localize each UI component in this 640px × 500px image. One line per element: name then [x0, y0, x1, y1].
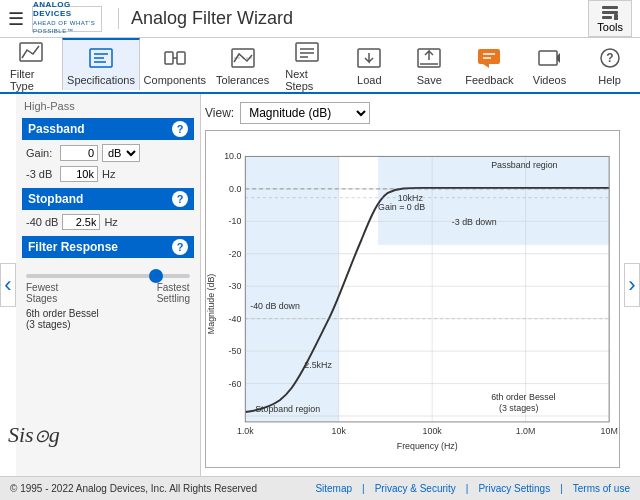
- filter-response-track: [26, 274, 190, 278]
- toolbar-videos[interactable]: Videos: [520, 40, 580, 90]
- toolbar-tolerances[interactable]: Tolerances: [211, 40, 275, 90]
- svg-text:-3 dB down: -3 dB down: [452, 217, 497, 227]
- slider-label-left: FewestStages: [26, 282, 58, 304]
- logo: ANALOGDEVICESAHEAD OF WHAT'S POSSIBLE™: [32, 6, 102, 32]
- svg-text:10k: 10k: [332, 426, 347, 436]
- stopband-help-button[interactable]: ?: [172, 191, 188, 207]
- svg-rect-25: [539, 51, 557, 65]
- app-header: ☰ ANALOGDEVICESAHEAD OF WHAT'S POSSIBLE™…: [0, 0, 640, 38]
- stopband-db-label: -40 dB: [26, 216, 58, 228]
- app-title: Analog Filter Wizard: [118, 8, 293, 29]
- passband-label: Passband: [28, 122, 85, 136]
- gain-unit-select[interactable]: dB: [102, 144, 140, 162]
- toolbar-components[interactable]: Components: [140, 40, 212, 90]
- svg-rect-2: [602, 16, 612, 19]
- filter-response-slider-container: FewestStages FastestSettling: [22, 262, 194, 304]
- tools-label: Tools: [597, 21, 623, 33]
- stopband-row: -40 dB Hz: [22, 214, 194, 230]
- slider-labels: FewestStages FastestSettling: [26, 282, 190, 304]
- svg-text:-20: -20: [229, 249, 242, 259]
- logo-image: ANALOGDEVICESAHEAD OF WHAT'S POSSIBLE™: [32, 6, 102, 32]
- svg-rect-21: [478, 49, 500, 64]
- svg-rect-29: [245, 156, 338, 422]
- svg-text:0.0: 0.0: [229, 184, 241, 194]
- specifications-icon: [85, 44, 117, 72]
- filter-response-header: Filter Response ?: [22, 236, 194, 258]
- svg-text:-30: -30: [229, 281, 242, 291]
- svg-text:(3 stages): (3 stages): [499, 403, 538, 413]
- view-select[interactable]: Magnitude (dB) Phase (deg) Group Delay S…: [240, 102, 370, 124]
- stopband-freq-input[interactable]: [62, 214, 100, 230]
- gain-row: Gain: dB: [22, 144, 194, 162]
- svg-rect-0: [602, 6, 618, 9]
- tools-icon: [600, 4, 620, 20]
- svg-text:-10: -10: [229, 216, 242, 226]
- specifications-label: Specifications: [67, 74, 135, 86]
- svg-text:Frequency (Hz): Frequency (Hz): [397, 441, 458, 451]
- svg-text:Stopband region: Stopband region: [255, 404, 320, 414]
- filter-type-title: High-Pass: [22, 100, 194, 112]
- components-label: Components: [144, 74, 206, 86]
- left-panel: High-Pass Passband ? Gain: dB -3 dB Hz S…: [16, 94, 201, 476]
- passband-db-label: -3 dB: [26, 168, 56, 180]
- feedback-icon: [473, 44, 505, 72]
- toolbar-specifications[interactable]: Specifications: [62, 38, 139, 90]
- stopband-freq-unit: Hz: [104, 216, 117, 228]
- feedback-label: Feedback: [465, 74, 513, 86]
- svg-text:1.0k: 1.0k: [237, 426, 254, 436]
- filter-response-thumb[interactable]: [149, 269, 163, 283]
- stopband-label: Stopband: [28, 192, 83, 206]
- nav-next-button[interactable]: ›: [624, 263, 640, 307]
- tolerances-icon: [227, 44, 259, 72]
- filter-response-label: Filter Response: [28, 240, 118, 254]
- passband-freq-input[interactable]: [60, 166, 98, 182]
- svg-text:Magnitude (dB): Magnitude (dB): [206, 274, 216, 335]
- toolbar: Filter Type Specifications Components To…: [0, 38, 640, 94]
- footer-terms[interactable]: Terms of use: [573, 483, 630, 494]
- filter-type-label: Filter Type: [10, 68, 51, 92]
- toolbar-load[interactable]: Load: [340, 40, 400, 90]
- chart-area: View: Magnitude (dB) Phase (deg) Group D…: [201, 94, 640, 476]
- copyright-text: © 1995 - 2022 Analog Devices, Inc. All R…: [10, 483, 257, 494]
- svg-text:10.0: 10.0: [224, 151, 241, 161]
- toolbar-save[interactable]: Save: [400, 40, 460, 90]
- svg-text:10M: 10M: [601, 426, 618, 436]
- watermark: Sis⊙g: [8, 422, 60, 448]
- filter-description: 6th order Bessel(3 stages): [22, 304, 194, 330]
- svg-text:1.0M: 1.0M: [516, 426, 536, 436]
- passband-header: Passband ?: [22, 118, 194, 140]
- svg-text:100k: 100k: [423, 426, 443, 436]
- passband-freq-unit: Hz: [102, 168, 115, 180]
- frequency-chart: 10.0 0.0 -10 -20 -30 -40 -50 -60 1.0k 10…: [206, 131, 619, 467]
- footer-sitemap[interactable]: Sitemap: [315, 483, 352, 494]
- passband-help-button[interactable]: ?: [172, 121, 188, 137]
- tolerances-label: Tolerances: [216, 74, 269, 86]
- svg-rect-10: [177, 52, 185, 64]
- svg-text:Gain = 0 dB: Gain = 0 dB: [378, 203, 425, 213]
- filter-response-help-button[interactable]: ?: [172, 239, 188, 255]
- videos-icon: [534, 44, 566, 72]
- svg-text:-40 dB down: -40 dB down: [250, 301, 300, 311]
- toolbar-help[interactable]: ? Help: [580, 40, 640, 90]
- toolbar-filter-type[interactable]: Filter Type: [0, 34, 62, 96]
- svg-rect-3: [614, 14, 618, 20]
- svg-rect-14: [296, 43, 318, 61]
- svg-text:Passband region: Passband region: [491, 160, 557, 170]
- view-label: View:: [205, 106, 234, 120]
- svg-text:6th order Bessel: 6th order Bessel: [491, 392, 555, 402]
- svg-rect-9: [165, 52, 173, 64]
- load-label: Load: [357, 74, 381, 86]
- toolbar-next-steps[interactable]: Next Steps: [275, 34, 340, 96]
- menu-icon[interactable]: ☰: [8, 8, 24, 30]
- nav-prev-button[interactable]: ‹: [0, 263, 16, 307]
- footer-privacy-settings[interactable]: Privacy Settings: [478, 483, 550, 494]
- tools-button[interactable]: Tools: [588, 0, 632, 37]
- gain-input[interactable]: [60, 145, 98, 161]
- footer: © 1995 - 2022 Analog Devices, Inc. All R…: [0, 476, 640, 500]
- help-icon: ?: [594, 44, 626, 72]
- toolbar-feedback[interactable]: Feedback: [460, 40, 520, 90]
- passband-freq-row: -3 dB Hz: [22, 166, 194, 182]
- svg-rect-1: [602, 11, 618, 14]
- footer-privacy-security[interactable]: Privacy & Security: [375, 483, 456, 494]
- filter-type-icon: [15, 38, 47, 66]
